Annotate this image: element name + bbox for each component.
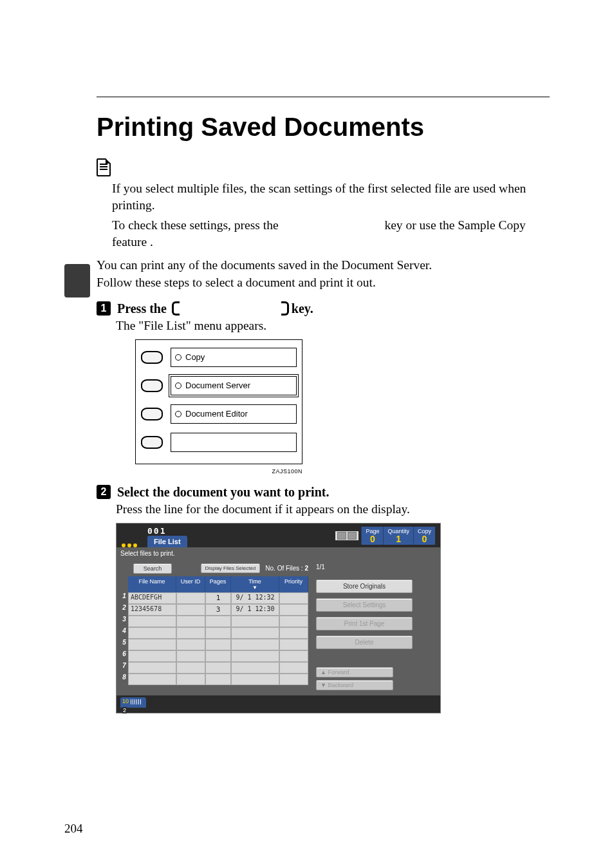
- table-body: 1ABCDEFGH19/ 1 12:3221234567839/ 1 12:30…: [120, 592, 308, 685]
- led-icon: [175, 411, 181, 417]
- store-originals-button[interactable]: Store Originals: [316, 580, 413, 593]
- table-row[interactable]: 3: [120, 616, 308, 627]
- important-line-2: To check these settings, press the key o…: [112, 217, 550, 251]
- step-1-number-icon: 1: [97, 301, 111, 316]
- delete-button[interactable]: Delete: [316, 636, 413, 649]
- rule-top: [97, 97, 550, 97]
- table-row[interactable]: 21234567839/ 1 12:30: [120, 604, 308, 616]
- screen-tab-filelist[interactable]: File List: [147, 536, 187, 547]
- select-settings-button[interactable]: Select Settings: [316, 598, 413, 612]
- search-button[interactable]: Search: [133, 563, 172, 574]
- hard-button-icon[interactable]: [141, 436, 163, 449]
- bracket-right-icon: [281, 301, 289, 316]
- mode-row-document-server[interactable]: Document Server: [141, 376, 297, 395]
- hard-button-icon[interactable]: [141, 379, 163, 392]
- header-priority[interactable]: Priority: [279, 576, 308, 592]
- table-row[interactable]: 1ABCDEFGH19/ 1 12:32: [120, 592, 308, 604]
- mode-row-document-editor[interactable]: Document Editor: [141, 404, 297, 424]
- number-of-files: No. Of Files : 2: [265, 565, 308, 572]
- hard-button-icon[interactable]: [141, 351, 163, 364]
- mode-docserver-label: Document Server: [185, 381, 250, 390]
- important-line-1: If you select multiple files, the scan s…: [112, 180, 550, 214]
- step-2-sub: Press the line for the document if it ap…: [116, 502, 550, 516]
- mode-doceditor-label: Document Editor: [185, 409, 248, 419]
- step-1-sub: The "File List" menu appears.: [116, 319, 550, 333]
- mode-row-copy[interactable]: Copy: [141, 348, 297, 367]
- header-pages[interactable]: Pages: [205, 576, 231, 592]
- important-icon: [97, 158, 111, 176]
- step-1-pre: Press the: [117, 301, 167, 316]
- step-1-post: key.: [292, 301, 313, 316]
- step-1: 1 Press the key.: [97, 301, 550, 316]
- screen-stats: Page0 Quantity1 Copy0: [335, 527, 435, 547]
- table-row[interactable]: 7: [120, 662, 308, 674]
- pin-number: 001: [147, 526, 187, 536]
- footer-tab-icon[interactable]: 2: [120, 697, 146, 708]
- bracket-left-icon: [172, 301, 180, 316]
- header-filename[interactable]: File Name: [128, 576, 176, 592]
- pin-indicator: [122, 543, 137, 547]
- print-first-page-button[interactable]: Print 1st Page: [316, 617, 413, 630]
- led-icon: [175, 354, 181, 361]
- hard-button-icon[interactable]: [141, 408, 163, 420]
- step-2-number-icon: 2: [97, 485, 111, 499]
- table-row[interactable]: 6: [120, 650, 308, 662]
- intro-2: Follow these steps to select a document …: [97, 274, 550, 291]
- step-2: 2 Select the document you want to print.: [97, 485, 550, 500]
- section-tab: [64, 264, 90, 297]
- mode-copy-label: Copy: [185, 352, 205, 362]
- figure-caption: ZAJS100N: [135, 468, 302, 475]
- page-title: Printing Saved Documents: [97, 113, 550, 142]
- header-userid[interactable]: User ID: [176, 576, 205, 592]
- header-time[interactable]: Time: [231, 576, 279, 592]
- mode-panel-figure: Copy Document Server Document Editor ZAJ…: [135, 339, 302, 475]
- orientation-icons[interactable]: [335, 531, 358, 540]
- step-2-text: Select the document you want to print.: [117, 485, 329, 500]
- file-list-screen: 001 File List Page0 Quantity1 Copy0 Sele…: [116, 523, 441, 713]
- backward-button[interactable]: Backward: [316, 680, 393, 690]
- table-header: File Name User ID Pages Time Priority: [120, 576, 308, 592]
- imp2-pre: To check these settings, press the: [112, 218, 281, 232]
- led-icon: [175, 382, 181, 389]
- intro-1: You can print any of the documents saved…: [97, 257, 550, 274]
- table-row[interactable]: 8: [120, 674, 308, 685]
- table-row[interactable]: 5: [120, 639, 308, 650]
- forward-button[interactable]: Forward: [316, 667, 393, 677]
- screen-hint: Select files to print.: [120, 550, 436, 557]
- page-number: 204: [64, 822, 83, 836]
- display-files-selected-button[interactable]: Display Files Selected: [201, 563, 261, 573]
- mode-row-blank[interactable]: [141, 433, 297, 452]
- table-row[interactable]: 4: [120, 627, 308, 639]
- page-fraction: 1/1: [316, 563, 436, 571]
